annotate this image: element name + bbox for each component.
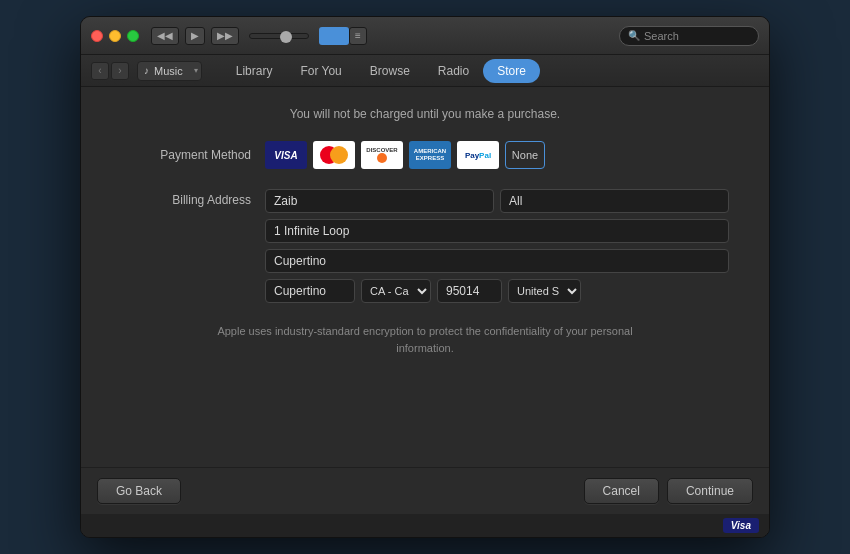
discover-dot: [377, 153, 387, 163]
payment-method-row: Payment Method VISA DISCOVER: [121, 141, 729, 169]
fast-forward-button[interactable]: ▶▶: [211, 27, 239, 45]
none-button[interactable]: None: [505, 141, 545, 169]
main-content: You will not be charged until you make a…: [81, 87, 769, 467]
street-field[interactable]: [265, 219, 729, 243]
list-icon: ≡: [355, 30, 361, 41]
music-note-icon: ♪: [144, 65, 149, 76]
amex-card[interactable]: AMERICANEXPRESS: [409, 141, 451, 169]
billing-label: Billing Address: [121, 193, 251, 207]
footer-right-buttons: Cancel Continue: [584, 478, 753, 504]
chevron-down-icon: ▾: [194, 66, 198, 75]
volume-thumb: [280, 31, 292, 43]
back-arrow-button[interactable]: ‹: [91, 62, 109, 80]
form-section: Payment Method VISA DISCOVER: [121, 141, 729, 303]
state-select[interactable]: CA - Ca: [361, 279, 431, 303]
bottom-bar: Visa: [81, 514, 769, 537]
nav-arrows: ‹ ›: [91, 62, 129, 80]
visa-card[interactable]: VISA: [265, 141, 307, 169]
search-box[interactable]: 🔍 Search: [619, 26, 759, 46]
tab-radio[interactable]: Radio: [424, 59, 483, 83]
payment-label: Payment Method: [121, 148, 251, 162]
mc-circles: [320, 146, 348, 164]
tab-store[interactable]: Store: [483, 59, 540, 83]
play-button[interactable]: ▶: [185, 27, 205, 45]
titlebar: ◀◀ ▶ ▶▶ ≡ 🔍 Search: [81, 17, 769, 55]
rewind-button[interactable]: ◀◀: [151, 27, 179, 45]
billing-fields: CA - Ca United S: [265, 189, 729, 303]
close-button[interactable]: [91, 30, 103, 42]
search-icon: 🔍: [628, 30, 640, 41]
continue-button[interactable]: Continue: [667, 478, 753, 504]
source-selector[interactable]: ♪ Music ▾: [137, 61, 202, 81]
search-placeholder: Search: [644, 30, 679, 42]
traffic-lights: [91, 30, 139, 42]
source-label: Music: [154, 65, 183, 77]
toggle-button[interactable]: [319, 27, 349, 45]
last-name-field[interactable]: [500, 189, 729, 213]
go-back-button[interactable]: Go Back: [97, 478, 181, 504]
visa-badge: Visa: [723, 518, 759, 533]
payment-cards: VISA DISCOVER AMERICANEXPRESS: [265, 141, 545, 169]
tab-library[interactable]: Library: [222, 59, 287, 83]
tab-browse[interactable]: Browse: [356, 59, 424, 83]
discover-card[interactable]: DISCOVER: [361, 141, 403, 169]
paypal-card[interactable]: PayPal: [457, 141, 499, 169]
info-text: You will not be charged until you make a…: [121, 107, 729, 121]
minimize-button[interactable]: [109, 30, 121, 42]
footer: Go Back Cancel Continue: [81, 467, 769, 514]
country-select[interactable]: United S: [508, 279, 581, 303]
cancel-button[interactable]: Cancel: [584, 478, 659, 504]
navbar: ‹ › ♪ Music ▾ Library For You Browse Rad…: [81, 55, 769, 87]
city-field[interactable]: [265, 279, 355, 303]
forward-arrow-button[interactable]: ›: [111, 62, 129, 80]
playback-controls: ◀◀ ▶ ▶▶: [151, 27, 349, 45]
list-view-button[interactable]: ≡: [349, 27, 367, 45]
city-text-field[interactable]: [265, 249, 729, 273]
tab-for-you[interactable]: For You: [286, 59, 355, 83]
zip-field[interactable]: [437, 279, 502, 303]
first-name-field[interactable]: [265, 189, 494, 213]
mc-right-circle: [330, 146, 348, 164]
city-state-zip-row: CA - Ca United S: [265, 279, 729, 303]
maximize-button[interactable]: [127, 30, 139, 42]
app-window: ◀◀ ▶ ▶▶ ≡ 🔍 Search ‹ › ♪ Music ▾ Li: [80, 16, 770, 538]
nav-tabs: Library For You Browse Radio Store: [222, 59, 540, 83]
volume-slider[interactable]: [249, 33, 309, 39]
mastercard-card[interactable]: [313, 141, 355, 169]
billing-address-row: Billing Address CA - Ca: [121, 189, 729, 303]
name-row: [265, 189, 729, 213]
encryption-notice: Apple uses industry-standard encryption …: [121, 323, 729, 356]
